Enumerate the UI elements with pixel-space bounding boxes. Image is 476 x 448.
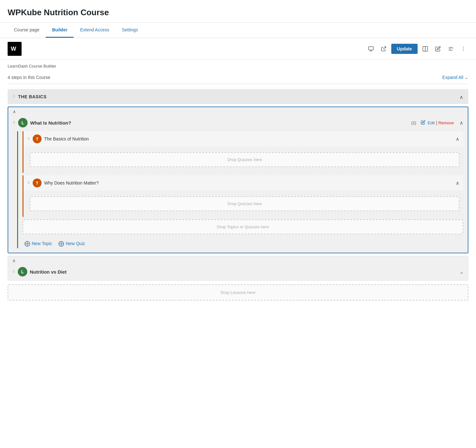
toolbar-left: W [8,42,22,56]
new-topic-label: New Topic [32,241,52,246]
svg-line-2 [383,47,386,49]
section-collapse-icon[interactable]: ∧ [459,94,463,100]
lesson-count: (2) [411,120,416,125]
page-title: WPKube Nutrition Course [0,0,476,23]
topic-1-title: The Basics of Nutrition [44,136,453,141]
lesson-remove-link[interactable]: Remove [439,120,454,125]
svg-point-9 [463,47,464,48]
course-steps-header: 4 steps in this Course Expand All ⌄ [0,68,476,84]
lesson-edit-link[interactable]: Edit [428,120,435,125]
tabs-nav: Course page Builder Extend Access Settin… [0,23,476,38]
topic-2-drop-quizzes: Drop Quizzes here [30,196,459,211]
topic-1-collapse-icon[interactable]: ∧ [456,136,459,142]
lesson-2-expand-icon[interactable]: ⌄ [459,269,464,275]
section-drag-handle[interactable]: ⠿ [13,94,16,99]
expand-all-button[interactable]: Expand All ⌄ [442,75,468,80]
builder-label: LearnDash Course Builder [0,60,476,68]
lesson-body: ⠿ T The Basics of Nutrition ∧ Drop Quizz… [8,131,468,253]
lesson-up-chevron-icon[interactable]: ∧ [13,109,16,114]
topic-2-collapse-icon[interactable]: ∧ [456,180,459,186]
section-title: THE BASICS [18,94,454,99]
more-options-icon[interactable] [458,44,468,54]
lesson-edit-pencil-icon[interactable] [421,120,425,126]
new-quiz-plus-icon: ⨁ [58,240,64,247]
update-button[interactable]: Update [391,44,418,54]
svg-point-11 [463,50,464,51]
topic-1-body: Drop Quizzes here [23,146,463,173]
lesson-collapse-icon[interactable]: ∧ [459,120,463,126]
topic-drag-handle[interactable]: ⠿ [27,137,30,141]
svg-rect-1 [368,47,373,50]
topic-2-icon: T [33,179,42,187]
toolbar: W Update [0,38,476,60]
lesson-nutrition-vs-diet: ∧ ⠿ L Nutrition vs Diet ⌄ [8,256,468,281]
lesson-2-title: Nutrition vs Diet [30,269,457,275]
svg-point-10 [463,49,464,49]
topic-1-container: ⠿ T The Basics of Nutrition ∧ Drop Quizz… [23,131,463,173]
topic-2-body: Drop Quizzes here [23,191,463,217]
lesson-title: What Is Nutrition? [30,120,407,126]
steps-count: 4 steps in this Course [8,75,50,80]
tab-course-page[interactable]: Course page [8,23,46,38]
lesson-header: ⠿ L What Is Nutrition? (2) Edit | Remove [8,114,468,131]
new-topic-button[interactable]: ⨁ New Topic [24,240,52,247]
add-actions: ⨁ New Topic ⨁ New Quiz [24,237,463,248]
expand-all-label: Expand All [442,75,463,80]
wp-logo: W [8,42,22,56]
lesson-2-icon: L [18,267,27,276]
new-topic-plus-icon: ⨁ [24,240,30,247]
topic-2-title: Why Does Nutrition Matter? [44,180,453,185]
page-wrapper: WPKube Nutrition Course Course page Buil… [0,0,476,309]
lesson-actions: Edit | Remove [428,120,454,125]
topic-2-container: ⠿ T Why Does Nutrition Matter? ∧ Drop Qu… [23,175,463,217]
tab-builder[interactable]: Builder [46,23,74,38]
action-separator: | [436,120,437,125]
lesson-topics-wrap: ⠿ T The Basics of Nutrition ∧ Drop Quizz… [17,131,463,248]
topic-2-drag-handle[interactable]: ⠿ [27,181,30,185]
settings-gear-icon[interactable] [446,44,456,54]
section-the-basics: ⠿ THE BASICS ∧ [8,89,468,104]
expand-all-chevron-icon: ⌄ [465,75,468,80]
split-view-icon[interactable] [420,44,430,54]
svg-text:W: W [11,46,16,52]
section-header: ⠿ THE BASICS ∧ [8,89,468,104]
lesson-2-up-row: ∧ [8,256,468,263]
drop-lessons-zone: Drop Lessons here [8,284,468,301]
desktop-icon[interactable] [366,44,376,54]
lesson-drag-handle[interactable]: ⠿ [13,121,16,125]
tab-settings[interactable]: Settings [116,23,144,38]
external-link-icon[interactable] [379,44,389,54]
new-quiz-button[interactable]: ⨁ New Quiz [58,240,85,247]
lesson-2-header: ⠿ L Nutrition vs Diet ⌄ [8,263,468,280]
topic-1-drop-quizzes: Drop Quizzes here [30,152,459,167]
lesson-2-drag-handle[interactable]: ⠿ [12,270,15,274]
topic-1-header: ⠿ T The Basics of Nutrition ∧ [23,131,463,146]
topic-1-icon: T [33,134,42,143]
drop-topics-quizzes: Drop Topics or Quizzes here [23,219,463,234]
tab-extend-access[interactable]: Extend Access [74,23,116,38]
lesson-2-up-chevron-icon[interactable]: ∧ [12,258,16,263]
edit-icon[interactable] [433,44,443,54]
lesson-icon: L [18,118,28,127]
builder-content: ⠿ THE BASICS ∧ ∧ ⠿ L What Is Nutrition? … [0,84,476,309]
drop-topics-quizzes-wrapper: Drop Topics or Quizzes here [23,219,463,234]
new-quiz-label: New Quiz [66,241,85,246]
lesson-what-is-nutrition: ∧ ⠿ L What Is Nutrition? (2) Edit | [8,107,468,253]
topic-2-header: ⠿ T Why Does Nutrition Matter? ∧ [23,175,463,191]
toolbar-right: Update [366,44,468,54]
